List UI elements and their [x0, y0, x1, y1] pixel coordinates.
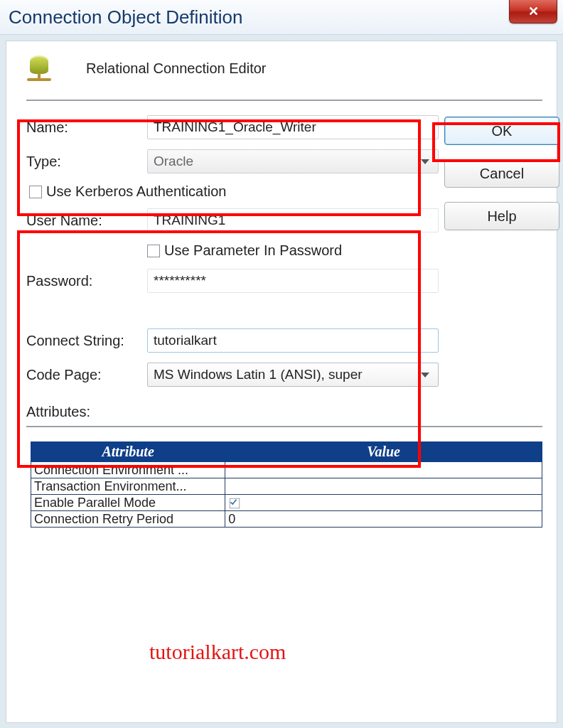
window-title: Connection Object Definition: [9, 6, 243, 28]
help-button[interactable]: Help: [444, 202, 559, 230]
titlebar: Connection Object Definition ✕: [0, 0, 563, 35]
table-row[interactable]: Connection Environment ...: [31, 462, 542, 478]
code-page-label: Code Page:: [26, 367, 147, 383]
code-page-value: MS Windows Latin 1 (ANSI), super: [154, 367, 363, 382]
editor-title: Relational Connection Editor: [86, 60, 267, 77]
password-label: Password:: [26, 273, 147, 289]
username-label: User Name:: [26, 213, 147, 229]
attributes-header-val: Value: [225, 442, 542, 462]
chevron-down-icon: [421, 373, 429, 378]
use-param-password-checkbox[interactable]: [147, 245, 160, 257]
name-label: Name:: [26, 119, 147, 136]
dialog-panel: Relational Connection Editor Name: Type:…: [6, 41, 557, 723]
table-row[interactable]: Enable Parallel Mode: [31, 495, 542, 511]
close-icon: ✕: [528, 4, 539, 19]
username-input[interactable]: [147, 208, 439, 232]
kerberos-checkbox[interactable]: [29, 186, 42, 198]
type-select-value: Oracle: [154, 154, 193, 169]
watermark-text: tutorialkart.com: [149, 640, 286, 664]
editor-header: Relational Connection Editor: [26, 54, 542, 101]
type-select[interactable]: Oracle: [147, 149, 439, 173]
chevron-down-icon: [421, 159, 429, 164]
attributes-label: Attributes:: [26, 404, 542, 420]
database-icon: [26, 54, 52, 82]
connect-string-label: Connect String:: [26, 333, 147, 349]
type-label: Type:: [26, 154, 147, 170]
password-input[interactable]: [147, 269, 439, 293]
name-input[interactable]: [147, 115, 439, 139]
enable-parallel-checkbox[interactable]: [230, 498, 240, 508]
table-row[interactable]: Transaction Environment...: [31, 478, 542, 495]
button-column: OK Cancel Help: [444, 115, 559, 397]
form-fields: Name: Type: Oracle Use Kerberos Authenti…: [26, 115, 439, 397]
attributes-table: Attribute Value Connection Environment .…: [31, 441, 542, 528]
ok-button[interactable]: OK: [444, 117, 559, 145]
attributes-divider: [26, 426, 542, 427]
code-page-select[interactable]: MS Windows Latin 1 (ANSI), super: [147, 363, 439, 387]
connect-string-input[interactable]: [147, 328, 439, 353]
use-param-password-label: Use Parameter In Password: [164, 242, 342, 259]
close-button[interactable]: ✕: [509, 0, 557, 23]
kerberos-label: Use Kerberos Authentication: [46, 183, 227, 200]
attributes-header-attr: Attribute: [31, 442, 225, 462]
table-row[interactable]: Connection Retry Period 0: [31, 511, 542, 528]
cancel-button[interactable]: Cancel: [444, 159, 559, 188]
